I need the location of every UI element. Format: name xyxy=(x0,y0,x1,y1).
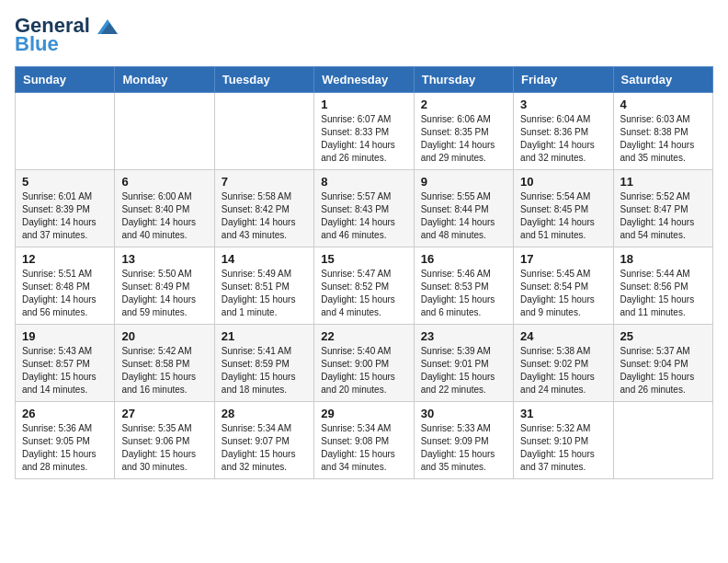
day-info: Sunrise: 5:39 AM Sunset: 9:01 PM Dayligh… xyxy=(421,345,506,396)
page-header: General Blue xyxy=(15,15,713,55)
day-info: Sunrise: 6:07 AM Sunset: 8:33 PM Dayligh… xyxy=(321,113,406,165)
calendar-cell: 14Sunrise: 5:49 AM Sunset: 8:51 PM Dayli… xyxy=(214,247,313,325)
day-info: Sunrise: 6:00 AM Sunset: 8:40 PM Dayligh… xyxy=(121,190,207,242)
day-info: Sunrise: 5:38 AM Sunset: 9:02 PM Dayligh… xyxy=(520,345,606,396)
calendar-cell: 28Sunrise: 5:34 AM Sunset: 9:07 PM Dayli… xyxy=(214,402,313,479)
calendar-cell xyxy=(214,93,313,170)
day-number: 23 xyxy=(421,329,506,343)
day-number: 7 xyxy=(222,175,307,189)
day-number: 18 xyxy=(620,252,706,266)
calendar-cell: 22Sunrise: 5:40 AM Sunset: 9:00 PM Dayli… xyxy=(314,325,414,402)
calendar-week-row: 5Sunrise: 6:01 AM Sunset: 8:39 PM Daylig… xyxy=(16,170,713,247)
logo: General Blue xyxy=(15,15,118,55)
day-info: Sunrise: 5:33 AM Sunset: 9:09 PM Dayligh… xyxy=(421,422,506,474)
calendar-cell: 7Sunrise: 5:58 AM Sunset: 8:42 PM Daylig… xyxy=(214,170,313,247)
day-number: 5 xyxy=(22,175,108,189)
calendar-cell: 5Sunrise: 6:01 AM Sunset: 8:39 PM Daylig… xyxy=(16,170,115,247)
calendar-cell: 30Sunrise: 5:33 AM Sunset: 9:09 PM Dayli… xyxy=(414,402,513,479)
day-info: Sunrise: 6:06 AM Sunset: 8:35 PM Dayligh… xyxy=(421,113,506,165)
calendar-cell: 29Sunrise: 5:34 AM Sunset: 9:08 PM Dayli… xyxy=(314,402,414,479)
day-info: Sunrise: 5:44 AM Sunset: 8:56 PM Dayligh… xyxy=(620,268,706,319)
day-number: 1 xyxy=(321,98,406,111)
day-number: 20 xyxy=(121,329,207,343)
calendar-cell: 4Sunrise: 6:03 AM Sunset: 8:38 PM Daylig… xyxy=(613,93,712,170)
calendar-header-row: SundayMondayTuesdayWednesdayThursdayFrid… xyxy=(16,67,713,93)
day-of-week-header: Wednesday xyxy=(314,67,414,93)
day-info: Sunrise: 5:54 AM Sunset: 8:45 PM Dayligh… xyxy=(520,190,606,242)
calendar-cell: 15Sunrise: 5:47 AM Sunset: 8:52 PM Dayli… xyxy=(314,247,414,325)
day-info: Sunrise: 6:01 AM Sunset: 8:39 PM Dayligh… xyxy=(22,190,108,242)
day-number: 30 xyxy=(421,407,506,420)
calendar-cell: 21Sunrise: 5:41 AM Sunset: 8:59 PM Dayli… xyxy=(214,325,313,402)
calendar-cell: 16Sunrise: 5:46 AM Sunset: 8:53 PM Dayli… xyxy=(414,247,513,325)
day-info: Sunrise: 5:46 AM Sunset: 8:53 PM Dayligh… xyxy=(421,268,506,319)
day-info: Sunrise: 5:42 AM Sunset: 8:58 PM Dayligh… xyxy=(121,345,207,396)
day-info: Sunrise: 5:34 AM Sunset: 9:07 PM Dayligh… xyxy=(222,422,307,474)
calendar-cell: 18Sunrise: 5:44 AM Sunset: 8:56 PM Dayli… xyxy=(613,247,712,325)
day-info: Sunrise: 5:40 AM Sunset: 9:00 PM Dayligh… xyxy=(321,345,406,396)
day-info: Sunrise: 5:35 AM Sunset: 9:06 PM Dayligh… xyxy=(121,422,207,474)
calendar-cell: 17Sunrise: 5:45 AM Sunset: 8:54 PM Dayli… xyxy=(514,247,613,325)
calendar-table: SundayMondayTuesdayWednesdayThursdayFrid… xyxy=(15,66,713,479)
day-info: Sunrise: 5:45 AM Sunset: 8:54 PM Dayligh… xyxy=(520,268,606,319)
calendar-cell: 3Sunrise: 6:04 AM Sunset: 8:36 PM Daylig… xyxy=(514,93,613,170)
day-info: Sunrise: 5:34 AM Sunset: 9:08 PM Dayligh… xyxy=(321,422,406,474)
day-number: 16 xyxy=(421,252,506,266)
logo-blue: Blue xyxy=(15,33,59,55)
day-of-week-header: Tuesday xyxy=(214,67,313,93)
day-info: Sunrise: 5:50 AM Sunset: 8:49 PM Dayligh… xyxy=(121,268,207,319)
day-number: 27 xyxy=(121,407,207,420)
calendar-cell: 11Sunrise: 5:52 AM Sunset: 8:47 PM Dayli… xyxy=(613,170,712,247)
calendar-cell: 1Sunrise: 6:07 AM Sunset: 8:33 PM Daylig… xyxy=(314,93,414,170)
day-of-week-header: Monday xyxy=(115,67,214,93)
calendar-cell: 24Sunrise: 5:38 AM Sunset: 9:02 PM Dayli… xyxy=(514,325,613,402)
day-info: Sunrise: 5:43 AM Sunset: 8:57 PM Dayligh… xyxy=(22,345,108,396)
day-info: Sunrise: 5:37 AM Sunset: 9:04 PM Dayligh… xyxy=(620,345,706,396)
day-number: 17 xyxy=(520,252,606,266)
calendar-cell: 2Sunrise: 6:06 AM Sunset: 8:35 PM Daylig… xyxy=(414,93,513,170)
day-info: Sunrise: 5:58 AM Sunset: 8:42 PM Dayligh… xyxy=(222,190,307,242)
calendar-cell: 13Sunrise: 5:50 AM Sunset: 8:49 PM Dayli… xyxy=(115,247,214,325)
day-number: 15 xyxy=(321,252,406,266)
calendar-cell: 31Sunrise: 5:32 AM Sunset: 9:10 PM Dayli… xyxy=(514,402,613,479)
day-of-week-header: Friday xyxy=(514,67,613,93)
day-number: 29 xyxy=(321,407,406,420)
calendar-cell: 27Sunrise: 5:35 AM Sunset: 9:06 PM Dayli… xyxy=(115,402,214,479)
calendar-cell: 9Sunrise: 5:55 AM Sunset: 8:44 PM Daylig… xyxy=(414,170,513,247)
calendar-cell xyxy=(613,402,712,479)
day-info: Sunrise: 6:03 AM Sunset: 8:38 PM Dayligh… xyxy=(620,113,706,165)
calendar-cell: 23Sunrise: 5:39 AM Sunset: 9:01 PM Dayli… xyxy=(414,325,513,402)
calendar-cell: 20Sunrise: 5:42 AM Sunset: 8:58 PM Dayli… xyxy=(115,325,214,402)
calendar-cell: 10Sunrise: 5:54 AM Sunset: 8:45 PM Dayli… xyxy=(514,170,613,247)
day-info: Sunrise: 5:55 AM Sunset: 8:44 PM Dayligh… xyxy=(421,190,506,242)
calendar-cell: 12Sunrise: 5:51 AM Sunset: 8:48 PM Dayli… xyxy=(16,247,115,325)
day-number: 3 xyxy=(520,98,606,111)
day-number: 4 xyxy=(620,98,706,111)
calendar-week-row: 26Sunrise: 5:36 AM Sunset: 9:05 PM Dayli… xyxy=(16,402,713,479)
calendar-cell: 19Sunrise: 5:43 AM Sunset: 8:57 PM Dayli… xyxy=(16,325,115,402)
day-number: 13 xyxy=(121,252,207,266)
day-info: Sunrise: 5:47 AM Sunset: 8:52 PM Dayligh… xyxy=(321,268,406,319)
day-number: 14 xyxy=(222,252,307,266)
day-number: 12 xyxy=(22,252,108,266)
calendar-cell: 6Sunrise: 6:00 AM Sunset: 8:40 PM Daylig… xyxy=(115,170,214,247)
day-info: Sunrise: 5:41 AM Sunset: 8:59 PM Dayligh… xyxy=(222,345,307,396)
day-number: 9 xyxy=(421,175,506,189)
day-info: Sunrise: 5:36 AM Sunset: 9:05 PM Dayligh… xyxy=(22,422,108,474)
day-number: 22 xyxy=(321,329,406,343)
day-info: Sunrise: 5:51 AM Sunset: 8:48 PM Dayligh… xyxy=(22,268,108,319)
day-info: Sunrise: 6:04 AM Sunset: 8:36 PM Dayligh… xyxy=(520,113,606,165)
day-number: 19 xyxy=(22,329,108,343)
calendar-cell: 26Sunrise: 5:36 AM Sunset: 9:05 PM Dayli… xyxy=(16,402,115,479)
day-info: Sunrise: 5:52 AM Sunset: 8:47 PM Dayligh… xyxy=(620,190,706,242)
day-number: 24 xyxy=(520,329,606,343)
calendar-cell xyxy=(16,93,115,170)
day-number: 11 xyxy=(620,175,706,189)
day-number: 10 xyxy=(520,175,606,189)
day-number: 21 xyxy=(222,329,307,343)
day-number: 31 xyxy=(520,407,606,420)
day-number: 26 xyxy=(22,407,108,420)
day-of-week-header: Thursday xyxy=(414,67,513,93)
day-number: 6 xyxy=(121,175,207,189)
calendar-week-row: 12Sunrise: 5:51 AM Sunset: 8:48 PM Dayli… xyxy=(16,247,713,325)
